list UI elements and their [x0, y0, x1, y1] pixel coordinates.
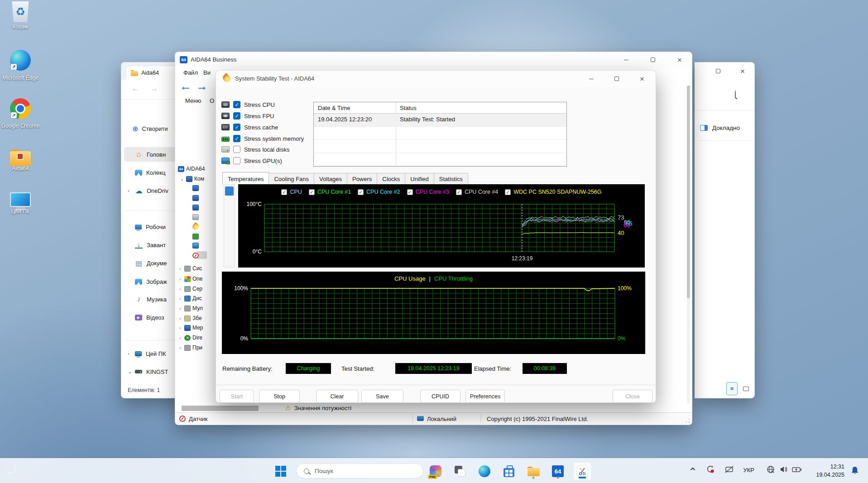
battery-charging-icon[interactable]: [791, 465, 802, 476]
expander-icon[interactable]: ›: [178, 306, 182, 311]
checkbox[interactable]: ✓: [233, 101, 240, 108]
tree-item-plug-5[interactable]: [192, 232, 199, 240]
expander-icon[interactable]: ›: [178, 316, 182, 321]
expander-icon[interactable]: ›: [178, 266, 182, 271]
start-button[interactable]: [272, 462, 290, 480]
forward-button[interactable]: →: [150, 84, 158, 93]
slider-handle[interactable]: [225, 187, 234, 196]
tree-category-мер[interactable]: ›Мер: [178, 324, 203, 332]
expander-icon[interactable]: ›: [128, 188, 129, 193]
create-new-button[interactable]: ⊕ Створити: [128, 121, 172, 136]
copilot-button[interactable]: PRE: [427, 462, 445, 480]
expander-icon[interactable]: ›: [178, 287, 182, 292]
column-status[interactable]: Status: [400, 105, 417, 111]
tab-cooling-fans[interactable]: Cooling Fans: [269, 173, 314, 185]
tree-item-aida64[interactable]: 64AIDA64: [178, 165, 205, 173]
desktop-icon-this-pc[interactable]: Цей ПК: [1, 192, 40, 215]
expander-icon[interactable]: ›: [128, 351, 129, 356]
tab-clocks[interactable]: Clocks: [377, 173, 405, 185]
checkbox[interactable]: [233, 146, 240, 153]
language-indicator[interactable]: УКР: [743, 467, 754, 473]
log-row[interactable]: 19.04.2025 12:23:20Stability Test: Start…: [314, 114, 566, 127]
taskbar-search[interactable]: Пошук: [296, 464, 423, 478]
network-globe-icon[interactable]: [766, 465, 775, 476]
desktop-icon-recycle-bin[interactable]: ♻Кошик: [1, 1, 40, 30]
button-stop[interactable]: Stop: [259, 390, 300, 403]
maximize-button[interactable]: [642, 52, 664, 67]
expander-icon[interactable]: ›: [178, 345, 182, 350]
maximize-icon[interactable]: [716, 69, 720, 73]
legend-checkbox[interactable]: ✓: [281, 189, 287, 195]
tree-item-sensor-7[interactable]: [192, 251, 199, 259]
button-close[interactable]: Close: [613, 390, 652, 403]
desktop-icon-aida64-folder[interactable]: Aida64: [1, 149, 40, 172]
legend-checkbox[interactable]: ✓: [505, 189, 511, 195]
expander-icon[interactable]: ⌄: [180, 177, 184, 182]
tree-category-сер[interactable]: ›Сер: [178, 285, 202, 293]
edge-button[interactable]: [475, 462, 494, 480]
expander-icon[interactable]: ⌄: [128, 369, 132, 375]
expander-icon[interactable]: ›: [178, 325, 182, 330]
legend-checkbox[interactable]: ✓: [407, 189, 413, 195]
tree-item-display-6[interactable]: [192, 241, 199, 249]
tree-category-опе[interactable]: ›Опе: [178, 275, 203, 283]
close-icon[interactable]: ×: [740, 67, 745, 75]
details-menu-item[interactable]: Докладно: [697, 120, 751, 136]
tree-category-дис[interactable]: ›Дис: [178, 294, 202, 302]
tab-voltages[interactable]: Voltages: [314, 173, 347, 185]
back-arrow-button[interactable]: ←: [180, 79, 192, 93]
volume-icon[interactable]: [779, 465, 788, 476]
button-start[interactable]: Start: [220, 390, 254, 403]
list-view-toggle[interactable]: ≡: [726, 382, 738, 395]
tray-chevron-icon[interactable]: [689, 465, 697, 475]
tab-temperatures[interactable]: Temperatures: [222, 172, 269, 185]
expander-icon[interactable]: ›: [178, 277, 182, 282]
button-cpuid[interactable]: CPUID: [420, 390, 460, 403]
tab-statistics[interactable]: Statistics: [434, 173, 468, 185]
minimize-button[interactable]: [615, 52, 637, 67]
checkbox[interactable]: ✓: [233, 124, 240, 131]
search-icon[interactable]: [735, 91, 742, 97]
tree-item-pc-0[interactable]: [192, 184, 199, 192]
icon-view-toggle[interactable]: [741, 384, 751, 393]
expander-icon[interactable]: ›: [178, 296, 182, 301]
tree-item-server-3[interactable]: [192, 213, 199, 221]
tree-category-сис[interactable]: ›Сис: [178, 264, 202, 273]
checkbox[interactable]: ✓: [233, 135, 240, 142]
tab-powers[interactable]: Powers: [347, 173, 377, 185]
clock[interactable]: 12:31 19.04.2025: [816, 463, 844, 479]
scrollbar-thumb[interactable]: [687, 86, 690, 298]
resize-grip[interactable]: [686, 418, 690, 423]
touchpad-off-icon[interactable]: [724, 465, 734, 476]
button-save[interactable]: Save: [361, 390, 403, 403]
forward-arrow-button[interactable]: →: [196, 79, 208, 93]
close-button[interactable]: ×: [669, 52, 691, 67]
tree-item-pc-1[interactable]: [192, 194, 199, 202]
checkbox[interactable]: ✓: [233, 112, 240, 120]
menu-item-file[interactable]: Файл: [183, 69, 198, 76]
tree-item-pc-2[interactable]: [192, 203, 199, 211]
dialog-maximize-button[interactable]: [606, 71, 628, 86]
tree-category-при[interactable]: ›При: [178, 344, 202, 352]
checkbox[interactable]: [233, 157, 240, 164]
expander-icon[interactable]: ›: [178, 335, 182, 340]
tree-category-збе[interactable]: ›Збе: [178, 314, 202, 322]
file-explorer-button[interactable]: [524, 462, 542, 480]
legend-checkbox[interactable]: ✓: [456, 189, 462, 195]
task-view-button[interactable]: [451, 462, 469, 480]
desktop-icon-microsoft-edge[interactable]: ↗Microsoft Edge: [1, 50, 40, 81]
button-preferences[interactable]: Preferences: [465, 390, 505, 403]
desktop-icon-google-chrome[interactable]: ↗Google Chrome: [1, 98, 40, 129]
column-date-time[interactable]: Date & Time: [318, 105, 350, 111]
legend-checkbox[interactable]: ✓: [358, 189, 364, 195]
back-button[interactable]: ←: [131, 84, 139, 93]
onedrive-sync-icon[interactable]: [706, 465, 715, 476]
widgets-icon[interactable]: [5, 462, 16, 474]
tree-category-мул[interactable]: ›Мул: [178, 304, 203, 312]
aida64-taskbar-button[interactable]: 64: [549, 462, 567, 480]
dialog-minimize-button[interactable]: [580, 71, 602, 86]
nav-tab-menu[interactable]: Меню: [182, 96, 204, 105]
tab-unified[interactable]: Unified: [405, 173, 434, 185]
notification-bell-icon[interactable]: [850, 465, 860, 478]
dialog-close-button[interactable]: ×: [631, 71, 653, 86]
